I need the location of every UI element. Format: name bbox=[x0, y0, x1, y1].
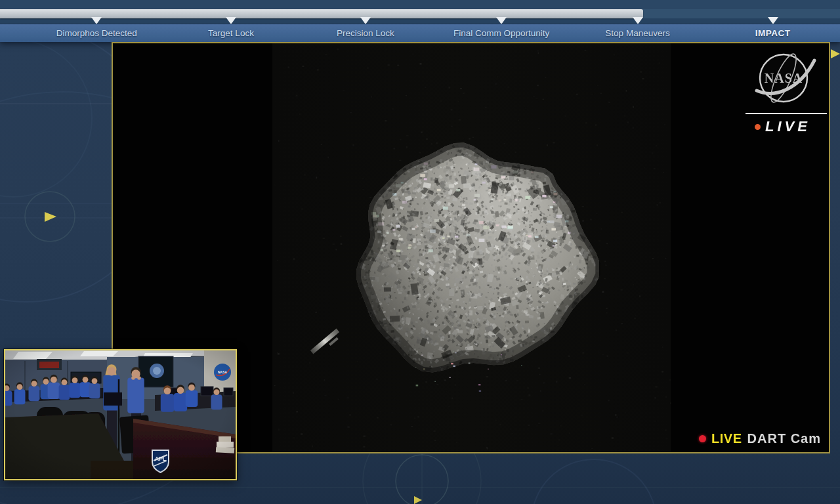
broadcast-stage: Dimorphos DetectedTarget LockPrecision L… bbox=[0, 0, 840, 504]
waypoint-arrow-icon bbox=[831, 49, 840, 58]
milestone-label: Final Comm Opportunity bbox=[453, 24, 549, 42]
milestone-label: Target Lock bbox=[208, 24, 254, 42]
waypoint-arrow-icon bbox=[45, 212, 56, 222]
waypoint-arrow-icon bbox=[414, 496, 422, 504]
live-indicator: LIVE bbox=[744, 118, 828, 135]
timeline-label-strip: Dimorphos DetectedTarget LockPrecision L… bbox=[0, 24, 840, 42]
record-dot-icon bbox=[699, 435, 706, 442]
milestone-label: IMPACT bbox=[755, 24, 791, 42]
milestone-label: Stop Maneuvers bbox=[605, 24, 669, 42]
divider-line bbox=[746, 113, 827, 114]
nasa-insignia-icon: NASA bbox=[752, 49, 820, 108]
camera-live-label: LIVE bbox=[711, 431, 742, 446]
live-label: LIVE bbox=[765, 118, 810, 135]
milestone-label: Precision Lock bbox=[337, 24, 394, 42]
timeline-track bbox=[0, 0, 840, 24]
live-dot-icon bbox=[755, 124, 761, 130]
camera-badge: LIVE DART Cam bbox=[699, 431, 821, 446]
mission-timeline-bar: Dimorphos DetectedTarget LockPrecision L… bbox=[0, 0, 840, 41]
milestone-label: Dimorphos Detected bbox=[56, 24, 137, 42]
camera-name-label: DART Cam bbox=[747, 431, 821, 446]
nasa-live-block: NASA LIVE bbox=[744, 49, 828, 135]
mission-control-pip: NASA bbox=[4, 349, 237, 480]
